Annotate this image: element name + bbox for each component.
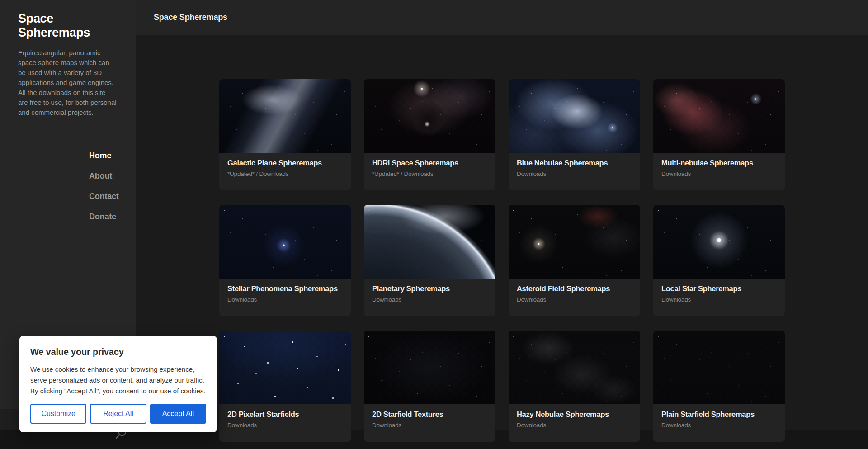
card-subtitle: Downloads (227, 296, 343, 303)
card-subtitle: Downloads (517, 170, 632, 177)
card-thumbnail (364, 331, 495, 404)
card-title: HDRi Space Spheremaps (372, 159, 487, 167)
card-hdri-space[interactable]: HDRi Space Spheremaps *Updated* / Downlo… (364, 79, 495, 190)
card-title: Plain Starfield Spheremaps (661, 410, 777, 419)
card-body: Stellar Phenomena Spheremaps Downloads (219, 279, 351, 303)
card-title: Planetary Spheremaps (372, 284, 487, 293)
card-title: Asteroid Field Spheremaps (517, 284, 632, 293)
card-thumbnail (653, 331, 785, 404)
card-subtitle: Downloads (661, 170, 777, 177)
card-thumbnail (219, 331, 351, 404)
card-thumbnail (219, 79, 351, 153)
starfield-decoration (509, 331, 640, 404)
reject-all-button[interactable]: Reject All (90, 404, 146, 424)
card-body: Multi-nebulae Spheremaps Downloads (653, 153, 785, 177)
card-body: HDRi Space Spheremaps *Updated* / Downlo… (364, 153, 495, 177)
card-title: Galactic Plane Spheremaps (227, 159, 343, 167)
card-multi-nebulae[interactable]: Multi-nebulae Spheremaps Downloads (653, 79, 785, 190)
sidebar-nav: HomeAboutContactDonate (18, 146, 118, 227)
card-body: Hazy Nebulae Spheremaps Downloads (509, 404, 640, 429)
sidebar-item-home[interactable]: Home (89, 146, 118, 166)
card-stellar-phenomena[interactable]: Stellar Phenomena Spheremaps Downloads (219, 205, 351, 316)
starfield-decoration (364, 205, 495, 279)
card-subtitle: Downloads (517, 422, 632, 429)
card-thumbnail (509, 331, 640, 404)
card-thumbnail (364, 79, 495, 153)
topbar-title: Space Spheremaps (154, 13, 227, 22)
cookie-dialog: We value your privacy We use cookies to … (19, 336, 217, 432)
starfield-decoration (219, 205, 351, 279)
card-thumbnail (653, 79, 785, 153)
card-plain-starfield[interactable]: Plain Starfield Spheremaps Downloads (653, 331, 785, 442)
card-local-star[interactable]: Local Star Spheremaps Downloads (653, 205, 785, 316)
card-asteroid-field[interactable]: Asteroid Field Spheremaps Downloads (509, 205, 640, 316)
cookie-dialog-title: We value your privacy (30, 347, 206, 357)
card-subtitle: Downloads (227, 422, 343, 429)
card-body: Local Star Spheremaps Downloads (653, 279, 785, 303)
card-title: Hazy Nebulae Spheremaps (517, 410, 632, 419)
sidebar-item-about[interactable]: About (89, 166, 118, 186)
accept-all-button[interactable]: Accept All (150, 404, 206, 424)
card-hazy-nebulae[interactable]: Hazy Nebulae Spheremaps Downloads (509, 331, 640, 442)
card-subtitle: Downloads (372, 422, 487, 429)
starfield-decoration (219, 331, 351, 404)
starfield-decoration (509, 79, 640, 153)
card-title: Multi-nebulae Spheremaps (661, 159, 777, 167)
site-title: Space Spheremaps (18, 12, 118, 40)
starfield-decoration (364, 79, 495, 153)
card-grid: Galactic Plane Spheremaps *Updated* / Do… (219, 79, 784, 442)
card-planetary[interactable]: Planetary Spheremaps Downloads (364, 205, 495, 316)
card-body: 2D Starfield Textures Downloads (364, 404, 495, 429)
card-starfield-textures[interactable]: 2D Starfield Textures Downloads (364, 331, 495, 442)
card-subtitle: *Updated* / Downloads (227, 170, 343, 177)
card-thumbnail (364, 205, 495, 279)
card-title: 2D Starfield Textures (372, 410, 487, 419)
card-subtitle: Downloads (661, 296, 777, 303)
cookie-dialog-buttons: CustomizeReject AllAccept All (30, 404, 206, 424)
card-subtitle: Downloads (661, 422, 777, 429)
card-subtitle: Downloads (372, 296, 487, 303)
card-body: 2D Pixelart Starfields Downloads (219, 404, 351, 429)
site-tagline: Equirectangular, panoramic space sphere … (18, 48, 117, 118)
card-thumbnail (653, 205, 785, 279)
card-body: Planetary Spheremaps Downloads (364, 279, 495, 303)
card-body: Asteroid Field Spheremaps Downloads (509, 279, 640, 303)
topbar: Space Spheremaps (136, 0, 868, 35)
customize-button[interactable]: Customize (30, 404, 86, 424)
card-body: Galactic Plane Spheremaps *Updated* / Do… (219, 153, 351, 177)
card-title: Stellar Phenomena Spheremaps (227, 284, 343, 293)
card-thumbnail (219, 205, 351, 279)
starfield-decoration (219, 79, 351, 153)
card-subtitle: *Updated* / Downloads (372, 170, 487, 177)
main-content: Galactic Plane Spheremaps *Updated* / Do… (136, 35, 868, 449)
card-body: Blue Nebulae Spheremaps Downloads (509, 153, 640, 177)
card-thumbnail (509, 79, 640, 153)
cookie-dialog-body: We use cookies to enhance your browsing … (30, 364, 206, 397)
card-body: Plain Starfield Spheremaps Downloads (653, 404, 785, 429)
card-thumbnail (509, 205, 640, 279)
card-blue-nebulae[interactable]: Blue Nebulae Spheremaps Downloads (509, 79, 640, 190)
card-pixelart-starfields[interactable]: 2D Pixelart Starfields Downloads (219, 331, 351, 442)
starfield-decoration (509, 205, 640, 279)
card-title: Blue Nebulae Spheremaps (517, 159, 632, 167)
card-subtitle: Downloads (517, 296, 632, 303)
card-title: 2D Pixelart Starfields (227, 410, 343, 419)
starfield-decoration (653, 331, 785, 404)
starfield-decoration (653, 79, 785, 153)
starfield-decoration (653, 205, 785, 279)
sidebar-item-donate[interactable]: Donate (89, 207, 118, 227)
card-galactic-plane[interactable]: Galactic Plane Spheremaps *Updated* / Do… (219, 79, 351, 190)
starfield-decoration (364, 331, 495, 404)
sidebar-item-contact[interactable]: Contact (89, 186, 118, 207)
card-title: Local Star Spheremaps (661, 284, 777, 293)
